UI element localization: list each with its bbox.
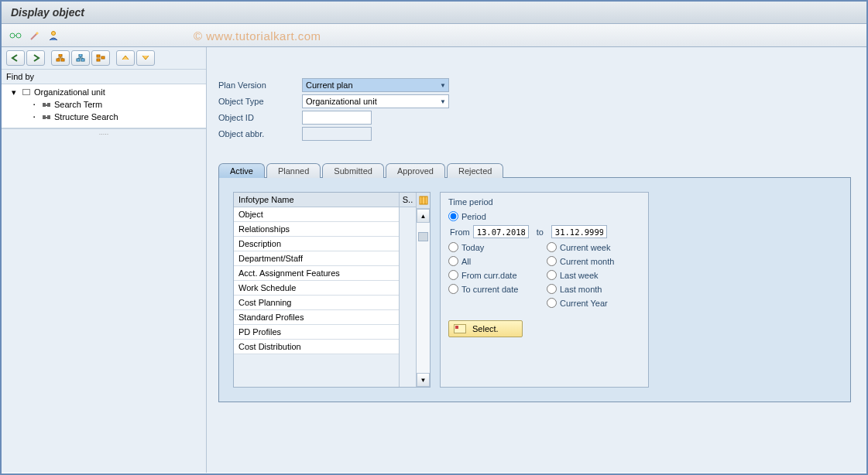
radio-current-week[interactable]: Current week	[547, 242, 640, 252]
infotype-header: Infotype Name	[234, 193, 399, 207]
table-row[interactable]: Standard Profiles	[234, 310, 399, 325]
hierarchy-3-button[interactable]	[91, 50, 110, 66]
scroll-track[interactable]	[417, 223, 430, 373]
table-row[interactable]: PD Profiles	[234, 325, 399, 340]
table-row[interactable]: Cost Distribution	[234, 340, 399, 354]
object-id-input[interactable]	[302, 111, 372, 125]
radio-all[interactable]: All	[448, 256, 542, 266]
radio-last-month-input[interactable]	[547, 284, 557, 294]
column-settings-button[interactable]	[417, 193, 430, 209]
tree-item-label: Organizational unit	[34, 87, 105, 97]
scroll-up-button[interactable]: ▲	[417, 209, 430, 223]
page-title: Display object	[11, 6, 857, 19]
tab-body: Infotype Name Object Relationships Descr…	[218, 178, 851, 402]
glasses-icon[interactable]	[9, 29, 23, 43]
tab-rejected[interactable]: Rejected	[447, 163, 503, 178]
infotype-scroll: ▲ ▼	[416, 193, 430, 387]
radio-current-year[interactable]: Current Year	[547, 298, 640, 308]
table-row[interactable]: Object	[234, 207, 399, 222]
tree-item-label: Search Term	[54, 100, 102, 109]
svg-rect-14	[46, 104, 47, 106]
expand-down-button[interactable]	[136, 50, 155, 66]
tabstrip: Active Planned Submitted Approved Reject…	[218, 162, 851, 178]
tab-submitted[interactable]: Submitted	[322, 163, 384, 178]
svg-rect-16	[47, 115, 50, 119]
select-button-label: Select.	[472, 324, 499, 333]
table-row[interactable]: Description	[234, 237, 399, 251]
radio-last-month[interactable]: Last month	[547, 284, 640, 294]
orguser-icon[interactable]	[46, 29, 60, 43]
nav-forward-button[interactable]	[26, 50, 45, 66]
tab-planned[interactable]: Planned	[266, 163, 321, 178]
svg-rect-8	[81, 59, 84, 61]
radio-to-current-date-input[interactable]	[448, 284, 458, 294]
radio-to-current-date[interactable]: To current date	[448, 284, 542, 294]
svg-rect-4	[57, 59, 60, 61]
radio-today-input[interactable]	[448, 242, 458, 252]
svg-rect-15	[43, 115, 46, 119]
object-type-select[interactable]: Organizational unit ▼	[302, 94, 449, 108]
tree-item-search-term[interactable]: ▪ Search Term	[2, 98, 206, 111]
radio-from-curr-date[interactable]: From curr.date	[448, 270, 542, 280]
table-row[interactable]: Relationships	[234, 222, 399, 237]
svg-rect-10	[97, 59, 100, 61]
hierarchy-2-button[interactable]	[71, 50, 90, 66]
radio-current-month-input[interactable]	[547, 256, 557, 266]
binoculars-icon	[42, 112, 51, 121]
radio-period-input[interactable]	[448, 211, 458, 221]
radio-current-week-input[interactable]	[547, 242, 557, 252]
chevron-down-icon: ▼	[440, 82, 446, 89]
table-row[interactable]: Department/Staff	[234, 251, 399, 266]
radio-current-week-label: Current week	[560, 243, 610, 252]
hierarchy-1-button[interactable]	[51, 50, 70, 66]
radio-period[interactable]: Period	[448, 211, 486, 221]
plan-version-select[interactable]: Current plan ▼	[302, 78, 449, 92]
to-date-input[interactable]	[551, 225, 607, 238]
sidebar: Find by ▾ Organizational unit ▪ Search T…	[2, 47, 207, 473]
wand-icon[interactable]	[28, 29, 42, 43]
radio-from-curr-date-input[interactable]	[448, 270, 458, 280]
time-period-title: Time period	[448, 196, 640, 211]
svg-rect-5	[61, 59, 64, 61]
radio-last-week-input[interactable]	[547, 270, 557, 280]
tree-item-label: Structure Search	[54, 112, 118, 121]
select-button[interactable]: Select.	[448, 320, 523, 337]
svg-rect-6	[79, 54, 82, 56]
orgunit-icon	[22, 87, 31, 97]
from-date-input[interactable]	[473, 225, 529, 238]
radio-current-year-label: Current Year	[560, 299, 608, 308]
tree-item-structure-search[interactable]: ▪ Structure Search	[2, 111, 206, 123]
tree-item-orgunit[interactable]: ▾ Organizational unit	[2, 86, 206, 98]
radio-current-month-label: Current month	[560, 257, 614, 266]
nav-back-button[interactable]	[6, 50, 25, 66]
scroll-down-button[interactable]: ▼	[417, 373, 430, 387]
radio-current-month[interactable]: Current month	[547, 256, 640, 266]
radio-today[interactable]: Today	[448, 242, 542, 252]
radio-last-week-label: Last week	[560, 271, 599, 280]
bullet-icon: ▪	[29, 100, 39, 109]
radio-current-year-input[interactable]	[547, 298, 557, 308]
table-row[interactable]: Cost Planning	[234, 296, 399, 310]
tab-active[interactable]: Active	[218, 163, 265, 178]
svg-point-1	[16, 33, 21, 38]
to-label: to	[537, 227, 544, 237]
collapse-up-button[interactable]	[116, 50, 135, 66]
tree-splitter[interactable]: ·····	[2, 128, 206, 138]
radio-today-label: Today	[461, 243, 484, 252]
from-label: From	[450, 227, 470, 237]
table-row[interactable]: Acct. Assignment Features	[234, 266, 399, 281]
radio-all-input[interactable]	[448, 256, 458, 266]
scroll-thumb[interactable]	[418, 232, 428, 241]
expand-arrow-icon: ▾	[9, 87, 19, 97]
object-type-label: Object Type	[218, 97, 302, 106]
sidebar-toolbar	[2, 47, 206, 69]
radio-last-week[interactable]: Last week	[547, 270, 640, 280]
radio-to-current-date-label: To current date	[461, 285, 518, 294]
bullet-icon: ▪	[29, 112, 39, 121]
table-row[interactable]: Work Schedule	[234, 281, 399, 296]
infotype-header-label: Infotype Name	[238, 195, 294, 204]
svg-rect-3	[59, 54, 62, 56]
tab-approved[interactable]: Approved	[386, 163, 445, 178]
radio-from-curr-date-label: From curr.date	[461, 271, 517, 280]
select-icon	[454, 324, 466, 333]
